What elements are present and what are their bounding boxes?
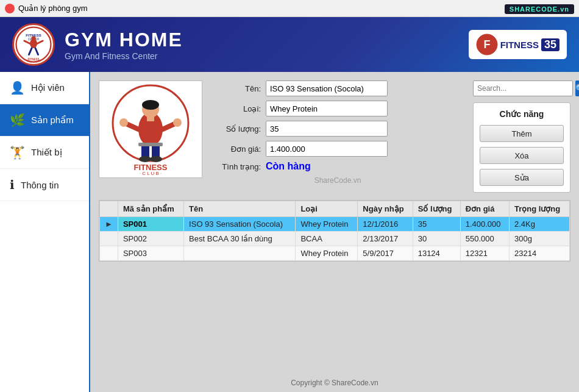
app-header: FITNESS CENTER FITNESS · C L U B · GYM H… (0, 17, 579, 72)
svg-rect-23 (152, 144, 160, 158)
product-icon: 🌿 (10, 113, 25, 127)
sidebar-item-thong-tin[interactable]: ℹ Thông tin (0, 169, 89, 201)
cell-ma: SP002 (118, 232, 183, 246)
form-row-tinh-trang: Tình trạng: Còn hàng (212, 161, 463, 172)
main-layout: 👤 Hội viên 🌿 Sản phẩm 🏋 Thiết bị ℹ Thông… (0, 72, 579, 392)
table-header-row: Mã sản phẩm Tên Loại Ngày nhập Số lượng … (100, 201, 570, 217)
row-indicator: ► (100, 217, 118, 232)
cell-ngay-nhap: 5/9/2017 (358, 246, 413, 261)
form-fields: Tên: Loại: Số lượng: Đơn giá: Tình trạng… (212, 80, 463, 193)
sidebar-label-thiet-bi: Thiết bị (31, 147, 62, 158)
svg-rect-26 (138, 143, 163, 146)
product-table-wrapper: Mã sản phẩm Tên Loại Ngày nhập Số lượng … (99, 200, 570, 262)
label-loai: Loại: (212, 104, 261, 113)
app-logo-icon (5, 4, 15, 13)
cell-ma: SP001 (118, 217, 183, 232)
cell-trong-luong: 2.4Kg (509, 217, 569, 232)
col-ten: Tên (184, 201, 296, 217)
label-tinh-trang: Tình trạng: (212, 162, 261, 171)
col-loai: Loại (296, 201, 358, 217)
header-title-block: GYM HOME Gym And Fitness Center (65, 29, 183, 61)
product-table: Mã sản phẩm Tên Loại Ngày nhập Số lượng … (99, 201, 570, 261)
input-don-gia[interactable] (266, 141, 388, 157)
form-row-so-luong: Số lượng: (212, 121, 463, 137)
form-row-ten: Tên: (212, 80, 463, 96)
sua-button[interactable]: Sửa (480, 169, 564, 186)
svg-text:· C L U B ·: · C L U B · (29, 61, 38, 63)
cell-ten (184, 246, 296, 261)
col-ma: Mã sản phẩm (118, 201, 183, 217)
svg-text:F: F (483, 38, 490, 51)
cell-ngay-nhap: 2/13/2017 (358, 232, 413, 246)
info-icon: ℹ (10, 177, 15, 192)
label-don-gia: Đơn giá: (212, 144, 261, 154)
table-body: ► SP001 ISO 93 Sensation (Socola) Whey P… (100, 217, 570, 261)
search-input[interactable] (473, 80, 573, 96)
cell-don-gia: 1.400.000 (460, 217, 509, 232)
header-subtitle: Gym And Fitness Center (65, 51, 183, 61)
cell-trong-luong: 300g (509, 232, 569, 246)
fitness35-icon: F (476, 34, 498, 55)
title-bar-left: Quản lý phòng gym (5, 4, 88, 13)
cell-so-luong: 35 (413, 217, 460, 232)
cell-loai: BCAA (296, 232, 358, 246)
input-ten[interactable] (266, 80, 388, 96)
col-trong-luong: Trọng lượng (509, 201, 569, 217)
sidebar-label-thong-tin: Thông tin (21, 180, 59, 190)
search-button[interactable]: 🔍 (575, 80, 579, 96)
header-right: F FITNESS 35 (469, 30, 567, 59)
cell-ten: Best BCAA 30 lần dùng (184, 232, 296, 246)
table-row[interactable]: ► SP001 ISO 93 Sensation (Socola) Whey P… (100, 217, 570, 232)
chuc-nang-box: Chức năng Thêm Xóa Sửa (473, 102, 570, 193)
sidebar-item-san-pham[interactable]: 🌿 Sản phẩm (0, 104, 89, 137)
form-section: FITNESS · C L U B · Tên: Loại: Số lượng: (99, 80, 570, 193)
fitness35-number: 35 (541, 38, 559, 51)
row-indicator (100, 246, 118, 261)
col-so-luong: Số lượng (413, 201, 460, 217)
chuc-nang-title: Chức năng (480, 109, 564, 119)
xoa-button[interactable]: Xóa (480, 147, 564, 164)
input-so-luong[interactable] (266, 121, 388, 137)
label-ten: Tên: (212, 84, 261, 93)
sidebar: 👤 Hội viên 🌿 Sản phẩm 🏋 Thiết bị ℹ Thông… (0, 72, 90, 392)
fitness35-logo: F FITNESS 35 (476, 34, 559, 55)
svg-point-21 (173, 118, 182, 127)
product-image-svg: FITNESS · C L U B · (104, 84, 198, 175)
svg-rect-22 (141, 144, 149, 158)
cell-ngay-nhap: 12/1/2016 (358, 217, 413, 232)
right-panel: 🔍 Chức năng Thêm Xóa Sửa (473, 80, 570, 193)
svg-point-20 (119, 118, 128, 127)
cell-don-gia: 550.000 (460, 232, 509, 246)
svg-point-17 (142, 100, 159, 110)
footer-copyright: Copyright © ShareCode.vn (90, 379, 579, 387)
cell-don-gia: 12321 (460, 246, 509, 261)
table-row[interactable]: SP002 Best BCAA 30 lần dùng BCAA 2/13/20… (100, 232, 570, 246)
svg-point-25 (150, 156, 162, 162)
equipment-icon: 🏋 (10, 145, 25, 160)
title-bar-right: SHARECODE.vn (505, 3, 574, 14)
user-icon: 👤 (10, 80, 25, 95)
sidebar-label-hoi-vien: Hội viên (31, 82, 65, 93)
input-loai[interactable] (266, 101, 388, 116)
fitness-logo-svg: FITNESS CENTER FITNESS · C L U B · (15, 26, 52, 63)
sidebar-item-hoi-vien[interactable]: 👤 Hội viên (0, 72, 89, 104)
form-row-loai: Loại: (212, 101, 463, 116)
row-indicator (100, 232, 118, 246)
col-ngay-nhap: Ngày nhập (358, 201, 413, 217)
sidebar-item-thiet-bi[interactable]: 🏋 Thiết bị (0, 137, 89, 169)
table-row[interactable]: SP003 Whey Protein 5/9/2017 13124 12321 … (100, 246, 570, 261)
cell-trong-luong: 23214 (509, 246, 569, 261)
search-row: 🔍 (473, 80, 570, 96)
content-area: FITNESS · C L U B · Tên: Loại: Số lượng: (90, 72, 579, 392)
cell-so-luong: 30 (413, 232, 460, 246)
svg-point-4 (31, 37, 36, 41)
status-con-hang: Còn hàng (266, 161, 311, 172)
them-button[interactable]: Thêm (480, 125, 564, 142)
label-so-luong: Số lượng: (212, 124, 261, 134)
cell-so-luong: 13124 (413, 246, 460, 261)
svg-point-24 (139, 156, 151, 162)
header-logo: FITNESS CENTER FITNESS · C L U B · (12, 23, 55, 66)
header-title: GYM HOME (65, 29, 183, 51)
cell-ten: ISO 93 Sensation (Socola) (184, 217, 296, 232)
sidebar-label-san-pham: Sản phẩm (31, 115, 74, 126)
